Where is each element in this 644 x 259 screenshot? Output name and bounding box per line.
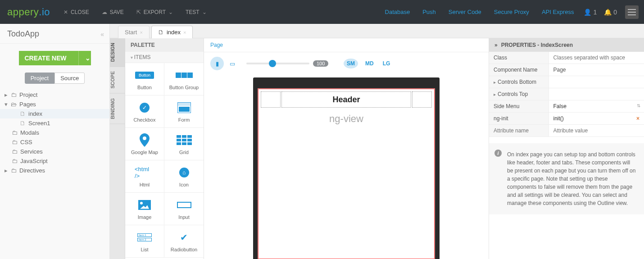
close-button[interactable]: ✕CLOSE (57, 0, 95, 24)
device-landscape-button[interactable]: ▭ (226, 57, 239, 70)
close-icon[interactable]: × (183, 30, 186, 35)
tree-pages[interactable]: ▾🗁Pages (0, 100, 109, 109)
tree-modals[interactable]: 🗀Modals (0, 128, 109, 137)
prop-controls-bottom-label[interactable]: ▸Controls Bottom (489, 76, 549, 88)
tree-css[interactable]: 🗀CSS (0, 137, 109, 147)
updown-icon: ⇅ (637, 103, 640, 108)
palette-list[interactable]: Item 1Item 2List (125, 225, 164, 258)
file-icon: 🗋 (20, 120, 26, 127)
palette-input[interactable]: Input (164, 193, 204, 225)
tree-screen1[interactable]: 🗋Screen1 (0, 118, 109, 128)
chevrons-icon[interactable]: » (494, 42, 498, 48)
screen[interactable]: Header ng-view (258, 88, 435, 259)
header-left-slot[interactable] (261, 91, 281, 108)
prop-component-name-label: Component Name (489, 64, 549, 76)
notifications-indicator[interactable]: 🔔0 (600, 9, 621, 16)
size-lg[interactable]: LG (381, 59, 392, 68)
chevron-down-icon: ⌄ (78, 51, 91, 65)
vtab-binding[interactable]: BINDING (110, 94, 125, 124)
palette-grid[interactable]: Grid (164, 128, 204, 160)
segment-source[interactable]: Source (54, 73, 85, 84)
close-icon[interactable]: × (140, 30, 142, 35)
attr-value-input[interactable] (553, 127, 640, 134)
delete-attr-button[interactable]: × (636, 115, 639, 122)
prop-controls-top-label[interactable]: ▸Controls Top (489, 88, 549, 100)
test-button[interactable]: TEST⌄ (179, 0, 213, 24)
link-database[interactable]: Database (379, 9, 417, 15)
tree-directives[interactable]: ▸🗀Directives (0, 166, 109, 175)
zoom-badge: 100 (313, 60, 328, 67)
folder-icon: 🗀 (12, 129, 18, 136)
list-icon: Item 1Item 2 (137, 233, 152, 241)
vtab-design[interactable]: DESIGN (110, 38, 125, 67)
html-icon: <html /> (135, 166, 154, 179)
device-frame: Header ng-view (253, 77, 440, 259)
palette-google-map[interactable]: Google Map (125, 128, 164, 160)
palette-button-group[interactable]: Button Group (164, 63, 204, 95)
link-server-code[interactable]: Server Code (442, 9, 488, 15)
tab-start[interactable]: Start× (118, 26, 150, 38)
save-button[interactable]: ☁SAVE (95, 0, 130, 24)
prop-ng-init-value[interactable]: init() (553, 115, 564, 122)
menu-button[interactable] (625, 5, 639, 19)
expand-icon: ▸ (494, 92, 496, 97)
phone-landscape-icon: ▭ (230, 60, 235, 67)
prop-class-input[interactable] (553, 55, 640, 61)
create-new-button[interactable]: CREATE NEW ⌄ (19, 51, 91, 65)
properties-panel: »PROPERTIES - IndexScreen Class Componen… (489, 38, 644, 259)
palette-icon[interactable]: ⌂Icon (164, 160, 204, 193)
image-icon (138, 200, 151, 210)
tree-project[interactable]: ▸🗀Project (0, 90, 109, 100)
editor-tabs: Start× 🗋index× (110, 24, 644, 38)
folder-icon: 🗀 (12, 139, 18, 145)
tab-index[interactable]: 🗋index× (151, 26, 193, 38)
ng-view-placeholder: ng-view (258, 110, 435, 125)
expand-icon: ▸ (494, 80, 496, 85)
link-api-express[interactable]: API Express (535, 9, 581, 15)
prop-side-menu-select[interactable]: False⇅ (549, 100, 644, 113)
zoom-slider[interactable] (246, 63, 309, 64)
canvas-toolbar: ▮ ▭ 100 SM MD LG (204, 52, 489, 75)
palette-checkbox[interactable]: ✓Checkbox (125, 95, 164, 128)
palette-title: PALETTE (125, 38, 204, 52)
header-right-slot[interactable] (412, 91, 432, 108)
size-md[interactable]: MD (363, 59, 376, 68)
breadcrumb[interactable]: Page (204, 38, 489, 52)
link-secure-proxy[interactable]: Secure Proxy (488, 9, 535, 15)
logo: appery.io (0, 0, 57, 24)
project-sidebar: TodoApp « CREATE NEW ⌄ Project Source ▸🗀… (0, 24, 110, 259)
palette-html[interactable]: <html />Html (125, 160, 164, 193)
tree-javascript[interactable]: 🗀JavaScript (0, 156, 109, 166)
palette-form[interactable]: Form (164, 95, 204, 128)
screen-header[interactable]: Header (261, 91, 432, 108)
palette-image[interactable]: Image (125, 193, 164, 225)
chevron-down-icon: ⌄ (202, 9, 207, 15)
topbar: appery.io ✕CLOSE ☁SAVE ⇱EXPORT⌄ TEST⌄ Da… (0, 0, 644, 24)
folder-icon: 🗀 (11, 91, 17, 98)
close-icon: ✕ (63, 9, 68, 15)
link-push[interactable]: Push (416, 9, 442, 15)
prop-class-label: Class (489, 52, 549, 64)
device-portrait-button[interactable]: ▮ (210, 57, 224, 70)
properties-note: i On index page you can setup top and bo… (489, 143, 644, 214)
collapse-sidebar-icon[interactable]: « (100, 31, 102, 38)
palette-radiobutton[interactable]: ✔Radiobutton (164, 225, 204, 258)
tree-services[interactable]: 🗀Services (0, 147, 109, 156)
radio-icon: ✔ (174, 231, 194, 244)
size-sm[interactable]: SM (344, 59, 358, 68)
button-icon: Button (135, 72, 154, 79)
vtab-scope[interactable]: SCOPE (110, 67, 125, 94)
export-button[interactable]: ⇱EXPORT⌄ (130, 0, 179, 24)
palette-section-items[interactable]: ITEMS (125, 52, 204, 63)
palette-button[interactable]: ButtonButton (125, 63, 164, 95)
folder-icon: 🗀 (11, 167, 17, 174)
segment-project[interactable]: Project (25, 73, 54, 84)
button-group-icon (176, 73, 193, 78)
user-indicator[interactable]: 👤1 (580, 9, 600, 16)
attr-name-input[interactable] (494, 127, 544, 134)
palette-panel: PALETTE ITEMS ButtonButton Button Group … (125, 38, 204, 259)
checkbox-icon: ✓ (140, 103, 150, 113)
prop-component-name-input[interactable] (553, 67, 640, 73)
header-title[interactable]: Header (281, 91, 411, 108)
tree-index[interactable]: 🗋index (0, 109, 109, 118)
